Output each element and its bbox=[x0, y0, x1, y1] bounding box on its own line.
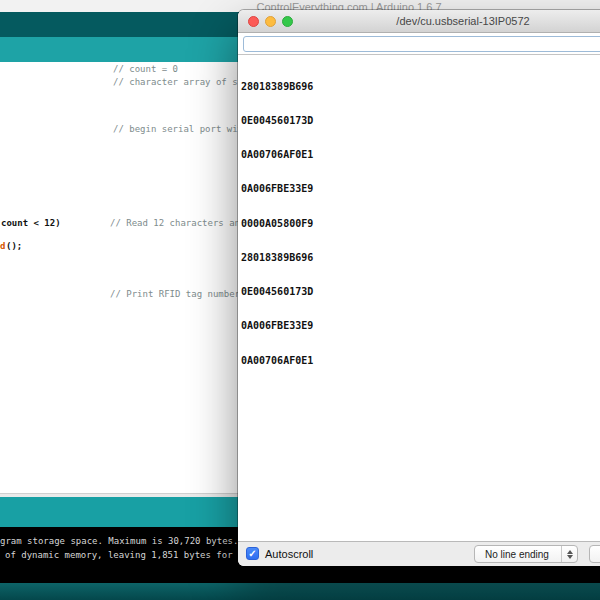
serial-output-line: 0A00706AF0E1 bbox=[241, 355, 600, 366]
ide-bottom-bar bbox=[0, 583, 600, 600]
serial-output-line: 28018389B696 bbox=[241, 81, 600, 92]
serial-monitor-titlebar[interactable]: /dev/cu.usbserial-13IP0572 bbox=[238, 10, 600, 33]
baud-rate-select[interactable] bbox=[589, 545, 600, 563]
code-function: d bbox=[0, 241, 5, 251]
line-ending-select[interactable]: No line ending bbox=[474, 545, 578, 563]
serial-output-line: 0A00706AF0E1 bbox=[241, 149, 600, 160]
code-text: count < 12) bbox=[1, 218, 61, 228]
code-comment: // Print RFID tag number bbox=[110, 289, 240, 299]
code-comment: // begin serial port wit bbox=[113, 124, 243, 134]
serial-output-line: 0A006FBE33E9 bbox=[241, 320, 600, 331]
code-comment: // count = 0 bbox=[113, 64, 178, 74]
code-comment: // character array of si bbox=[113, 77, 243, 87]
autoscroll-label: Autoscroll bbox=[265, 548, 313, 560]
serial-output-line: 0A006FBE33E9 bbox=[241, 183, 600, 194]
serial-output-line: 0E004560173D bbox=[241, 115, 600, 126]
stepper-arrows-icon bbox=[561, 546, 577, 562]
serial-send-input[interactable] bbox=[243, 36, 600, 52]
serial-monitor-bottom-bar: ✓ Autoscroll No line ending bbox=[238, 541, 600, 566]
console-line: gram storage space. Maximum is 30,720 by… bbox=[0, 536, 238, 546]
serial-monitor-window: /dev/cu.usbserial-13IP0572 28018389B696 … bbox=[238, 10, 600, 566]
line-ending-value: No line ending bbox=[485, 549, 549, 560]
serial-output-line: 0E004560173D bbox=[241, 286, 600, 297]
code-comment: // Read 12 characters and bbox=[110, 218, 245, 228]
serial-output-line: 0000A05800F9 bbox=[241, 218, 600, 229]
console-line: of dynamic memory, leaving 1,851 bytes f… bbox=[5, 550, 249, 560]
serial-output-area[interactable]: 28018389B696 0E004560173D 0A00706AF0E1 0… bbox=[238, 54, 600, 541]
code-text: (); bbox=[6, 241, 22, 251]
serial-output-line: 28018389B696 bbox=[241, 252, 600, 263]
serial-monitor-title: /dev/cu.usbserial-13IP0572 bbox=[238, 15, 600, 27]
autoscroll-checkbox[interactable]: ✓ bbox=[246, 547, 259, 560]
checkmark-icon: ✓ bbox=[248, 548, 256, 559]
